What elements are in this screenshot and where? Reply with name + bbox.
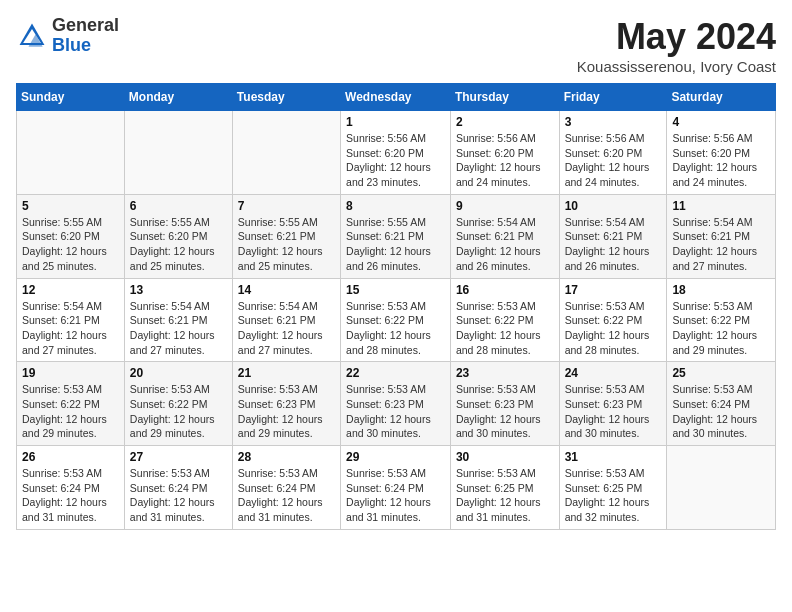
calendar-cell: 30Sunrise: 5:53 AM Sunset: 6:25 PM Dayli… bbox=[450, 446, 559, 530]
day-info: Sunrise: 5:56 AM Sunset: 6:20 PM Dayligh… bbox=[346, 131, 445, 190]
title-block: May 2024 Kouassisserenou, Ivory Coast bbox=[577, 16, 776, 75]
calendar-cell: 25Sunrise: 5:53 AM Sunset: 6:24 PM Dayli… bbox=[667, 362, 776, 446]
calendar-cell: 14Sunrise: 5:54 AM Sunset: 6:21 PM Dayli… bbox=[232, 278, 340, 362]
day-number: 6 bbox=[130, 199, 227, 213]
calendar-cell: 3Sunrise: 5:56 AM Sunset: 6:20 PM Daylig… bbox=[559, 111, 667, 195]
day-info: Sunrise: 5:56 AM Sunset: 6:20 PM Dayligh… bbox=[456, 131, 554, 190]
day-info: Sunrise: 5:54 AM Sunset: 6:21 PM Dayligh… bbox=[238, 299, 335, 358]
day-number: 19 bbox=[22, 366, 119, 380]
day-number: 11 bbox=[672, 199, 770, 213]
calendar-cell: 1Sunrise: 5:56 AM Sunset: 6:20 PM Daylig… bbox=[341, 111, 451, 195]
header-friday: Friday bbox=[559, 84, 667, 111]
day-info: Sunrise: 5:53 AM Sunset: 6:25 PM Dayligh… bbox=[565, 466, 662, 525]
header-row: Sunday Monday Tuesday Wednesday Thursday… bbox=[17, 84, 776, 111]
day-number: 14 bbox=[238, 283, 335, 297]
day-number: 23 bbox=[456, 366, 554, 380]
day-info: Sunrise: 5:56 AM Sunset: 6:20 PM Dayligh… bbox=[672, 131, 770, 190]
day-info: Sunrise: 5:54 AM Sunset: 6:21 PM Dayligh… bbox=[565, 215, 662, 274]
day-info: Sunrise: 5:53 AM Sunset: 6:23 PM Dayligh… bbox=[565, 382, 662, 441]
day-number: 31 bbox=[565, 450, 662, 464]
day-info: Sunrise: 5:53 AM Sunset: 6:22 PM Dayligh… bbox=[130, 382, 227, 441]
day-number: 16 bbox=[456, 283, 554, 297]
day-info: Sunrise: 5:54 AM Sunset: 6:21 PM Dayligh… bbox=[456, 215, 554, 274]
calendar-week-1: 1Sunrise: 5:56 AM Sunset: 6:20 PM Daylig… bbox=[17, 111, 776, 195]
day-info: Sunrise: 5:53 AM Sunset: 6:24 PM Dayligh… bbox=[22, 466, 119, 525]
logo-general: General bbox=[52, 16, 119, 36]
day-info: Sunrise: 5:53 AM Sunset: 6:25 PM Dayligh… bbox=[456, 466, 554, 525]
day-info: Sunrise: 5:53 AM Sunset: 6:22 PM Dayligh… bbox=[672, 299, 770, 358]
day-number: 3 bbox=[565, 115, 662, 129]
day-info: Sunrise: 5:56 AM Sunset: 6:20 PM Dayligh… bbox=[565, 131, 662, 190]
calendar-week-3: 12Sunrise: 5:54 AM Sunset: 6:21 PM Dayli… bbox=[17, 278, 776, 362]
calendar-cell: 26Sunrise: 5:53 AM Sunset: 6:24 PM Dayli… bbox=[17, 446, 125, 530]
logo-blue: Blue bbox=[52, 36, 119, 56]
day-info: Sunrise: 5:53 AM Sunset: 6:22 PM Dayligh… bbox=[565, 299, 662, 358]
day-info: Sunrise: 5:53 AM Sunset: 6:24 PM Dayligh… bbox=[346, 466, 445, 525]
day-info: Sunrise: 5:54 AM Sunset: 6:21 PM Dayligh… bbox=[130, 299, 227, 358]
calendar-cell bbox=[232, 111, 340, 195]
page-header: General Blue May 2024 Kouassisserenou, I… bbox=[16, 16, 776, 75]
day-number: 10 bbox=[565, 199, 662, 213]
day-number: 17 bbox=[565, 283, 662, 297]
day-info: Sunrise: 5:54 AM Sunset: 6:21 PM Dayligh… bbox=[672, 215, 770, 274]
calendar-title: May 2024 bbox=[577, 16, 776, 58]
calendar-cell: 13Sunrise: 5:54 AM Sunset: 6:21 PM Dayli… bbox=[124, 278, 232, 362]
day-number: 18 bbox=[672, 283, 770, 297]
day-number: 7 bbox=[238, 199, 335, 213]
day-number: 4 bbox=[672, 115, 770, 129]
calendar-cell: 16Sunrise: 5:53 AM Sunset: 6:22 PM Dayli… bbox=[450, 278, 559, 362]
header-wednesday: Wednesday bbox=[341, 84, 451, 111]
calendar-cell: 15Sunrise: 5:53 AM Sunset: 6:22 PM Dayli… bbox=[341, 278, 451, 362]
calendar-cell: 7Sunrise: 5:55 AM Sunset: 6:21 PM Daylig… bbox=[232, 194, 340, 278]
logo: General Blue bbox=[16, 16, 119, 56]
calendar-week-2: 5Sunrise: 5:55 AM Sunset: 6:20 PM Daylig… bbox=[17, 194, 776, 278]
day-number: 26 bbox=[22, 450, 119, 464]
calendar-cell: 21Sunrise: 5:53 AM Sunset: 6:23 PM Dayli… bbox=[232, 362, 340, 446]
day-number: 13 bbox=[130, 283, 227, 297]
calendar-cell: 28Sunrise: 5:53 AM Sunset: 6:24 PM Dayli… bbox=[232, 446, 340, 530]
day-info: Sunrise: 5:53 AM Sunset: 6:24 PM Dayligh… bbox=[130, 466, 227, 525]
calendar-cell: 31Sunrise: 5:53 AM Sunset: 6:25 PM Dayli… bbox=[559, 446, 667, 530]
calendar-cell: 23Sunrise: 5:53 AM Sunset: 6:23 PM Dayli… bbox=[450, 362, 559, 446]
calendar-cell: 9Sunrise: 5:54 AM Sunset: 6:21 PM Daylig… bbox=[450, 194, 559, 278]
day-number: 2 bbox=[456, 115, 554, 129]
logo-text: General Blue bbox=[52, 16, 119, 56]
day-number: 25 bbox=[672, 366, 770, 380]
day-number: 15 bbox=[346, 283, 445, 297]
calendar-cell: 24Sunrise: 5:53 AM Sunset: 6:23 PM Dayli… bbox=[559, 362, 667, 446]
header-thursday: Thursday bbox=[450, 84, 559, 111]
day-number: 5 bbox=[22, 199, 119, 213]
calendar-cell: 22Sunrise: 5:53 AM Sunset: 6:23 PM Dayli… bbox=[341, 362, 451, 446]
day-number: 9 bbox=[456, 199, 554, 213]
header-tuesday: Tuesday bbox=[232, 84, 340, 111]
calendar-week-5: 26Sunrise: 5:53 AM Sunset: 6:24 PM Dayli… bbox=[17, 446, 776, 530]
calendar-cell: 4Sunrise: 5:56 AM Sunset: 6:20 PM Daylig… bbox=[667, 111, 776, 195]
day-info: Sunrise: 5:54 AM Sunset: 6:21 PM Dayligh… bbox=[22, 299, 119, 358]
day-number: 21 bbox=[238, 366, 335, 380]
day-info: Sunrise: 5:55 AM Sunset: 6:20 PM Dayligh… bbox=[22, 215, 119, 274]
day-number: 22 bbox=[346, 366, 445, 380]
day-info: Sunrise: 5:53 AM Sunset: 6:23 PM Dayligh… bbox=[238, 382, 335, 441]
day-number: 24 bbox=[565, 366, 662, 380]
day-number: 29 bbox=[346, 450, 445, 464]
calendar-cell: 19Sunrise: 5:53 AM Sunset: 6:22 PM Dayli… bbox=[17, 362, 125, 446]
day-number: 1 bbox=[346, 115, 445, 129]
calendar-cell: 8Sunrise: 5:55 AM Sunset: 6:21 PM Daylig… bbox=[341, 194, 451, 278]
day-number: 12 bbox=[22, 283, 119, 297]
day-info: Sunrise: 5:53 AM Sunset: 6:22 PM Dayligh… bbox=[22, 382, 119, 441]
day-number: 27 bbox=[130, 450, 227, 464]
calendar-cell: 2Sunrise: 5:56 AM Sunset: 6:20 PM Daylig… bbox=[450, 111, 559, 195]
calendar-cell: 27Sunrise: 5:53 AM Sunset: 6:24 PM Dayli… bbox=[124, 446, 232, 530]
calendar-week-4: 19Sunrise: 5:53 AM Sunset: 6:22 PM Dayli… bbox=[17, 362, 776, 446]
day-info: Sunrise: 5:53 AM Sunset: 6:22 PM Dayligh… bbox=[456, 299, 554, 358]
calendar-cell: 18Sunrise: 5:53 AM Sunset: 6:22 PM Dayli… bbox=[667, 278, 776, 362]
day-number: 30 bbox=[456, 450, 554, 464]
calendar-cell bbox=[124, 111, 232, 195]
calendar-cell: 10Sunrise: 5:54 AM Sunset: 6:21 PM Dayli… bbox=[559, 194, 667, 278]
day-info: Sunrise: 5:55 AM Sunset: 6:21 PM Dayligh… bbox=[238, 215, 335, 274]
day-number: 8 bbox=[346, 199, 445, 213]
calendar-cell: 11Sunrise: 5:54 AM Sunset: 6:21 PM Dayli… bbox=[667, 194, 776, 278]
day-info: Sunrise: 5:53 AM Sunset: 6:23 PM Dayligh… bbox=[456, 382, 554, 441]
calendar-cell: 6Sunrise: 5:55 AM Sunset: 6:20 PM Daylig… bbox=[124, 194, 232, 278]
day-info: Sunrise: 5:55 AM Sunset: 6:20 PM Dayligh… bbox=[130, 215, 227, 274]
